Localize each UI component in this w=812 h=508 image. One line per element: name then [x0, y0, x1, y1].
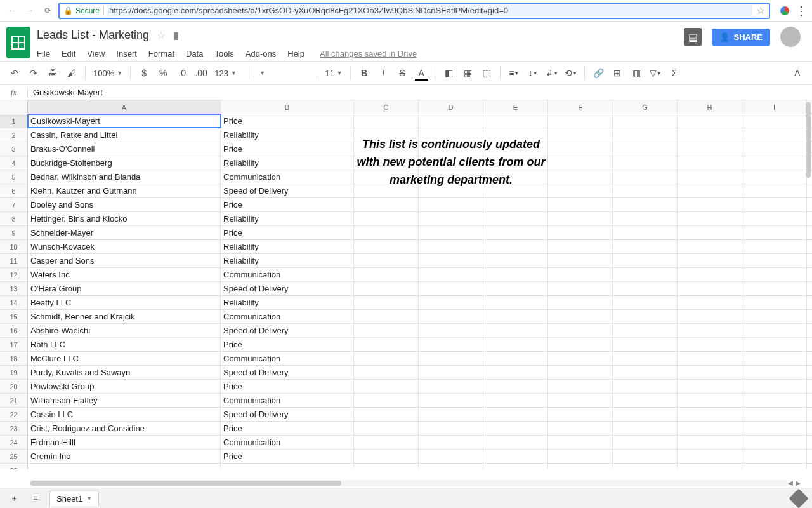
cell[interactable]: Price	[221, 450, 354, 463]
cell[interactable]	[354, 338, 419, 351]
cell[interactable]	[483, 142, 548, 156]
decrease-decimal-button[interactable]: .0	[174, 65, 190, 81]
row-header[interactable]: 9	[0, 226, 28, 239]
cell[interactable]	[419, 212, 483, 225]
col-header-E[interactable]: E	[483, 100, 548, 114]
cell[interactable]	[548, 282, 613, 295]
cell[interactable]: Price	[221, 114, 354, 128]
cell[interactable]	[613, 296, 678, 309]
doc-title[interactable]: Leads List - Marketing	[37, 29, 149, 42]
cell[interactable]: Price	[221, 380, 354, 393]
cell[interactable]	[678, 142, 742, 156]
cell[interactable]	[613, 380, 678, 393]
print-button[interactable]: 🖶	[44, 65, 61, 81]
cell[interactable]	[483, 114, 548, 128]
cell[interactable]	[354, 296, 419, 309]
menu-data[interactable]: Data	[186, 49, 203, 58]
cell[interactable]	[483, 394, 548, 407]
cell[interactable]: Williamson-Flatley	[28, 394, 221, 407]
cell[interactable]	[483, 226, 548, 239]
fill-color-button[interactable]: ◧	[440, 65, 457, 81]
cell[interactable]	[483, 296, 548, 309]
cell[interactable]	[613, 240, 678, 253]
nav-reload-button[interactable]: ⟳	[41, 4, 55, 18]
cell[interactable]: Price	[221, 198, 354, 211]
paint-format-button[interactable]: 🖌	[63, 65, 80, 81]
h-align-button[interactable]: ≡▼	[506, 65, 522, 81]
cell[interactable]	[613, 170, 678, 184]
cell[interactable]	[419, 198, 483, 211]
col-header-D[interactable]: D	[419, 100, 483, 114]
cell[interactable]	[419, 352, 483, 365]
row-header[interactable]: 17	[0, 338, 28, 351]
cell[interactable]	[354, 282, 419, 295]
cell[interactable]	[613, 464, 678, 469]
browser-menu-icon[interactable]: ⋮	[796, 4, 807, 18]
cell[interactable]: Crist, Rodriguez and Considine	[28, 422, 221, 435]
row-header[interactable]: 2	[0, 128, 28, 142]
borders-button[interactable]: ▦	[459, 65, 476, 81]
cell[interactable]	[354, 450, 419, 463]
cell[interactable]	[354, 436, 419, 449]
formula-input[interactable]: Gusikowski-Mayert	[28, 88, 103, 97]
cell[interactable]	[483, 352, 548, 365]
cell[interactable]	[354, 142, 419, 156]
cell[interactable]	[678, 422, 742, 435]
cell[interactable]	[678, 338, 742, 351]
cell[interactable]	[548, 156, 613, 170]
row-header[interactable]: 1	[0, 114, 28, 128]
cell[interactable]	[483, 338, 548, 351]
cell[interactable]	[483, 184, 548, 197]
cell[interactable]	[678, 394, 742, 407]
cell[interactable]: McClure LLC	[28, 352, 221, 365]
cell[interactable]	[678, 254, 742, 267]
cell[interactable]	[613, 128, 678, 142]
cell[interactable]	[483, 422, 548, 435]
row-header[interactable]: 7	[0, 198, 28, 211]
cell[interactable]: Speed of Delivery	[221, 366, 354, 379]
horizontal-scrollbar[interactable]	[30, 480, 787, 486]
cell[interactable]	[419, 268, 483, 281]
cell[interactable]	[678, 380, 742, 393]
address-bar[interactable]: 🔒 Secure https://docs.google.com/spreads…	[58, 3, 770, 19]
cell[interactable]	[548, 184, 613, 197]
all-sheets-button[interactable]: ≡	[28, 493, 43, 503]
cell[interactable]	[483, 464, 548, 469]
cell[interactable]: Speed of Delivery	[221, 408, 354, 421]
cell[interactable]: Brakus-O'Connell	[28, 142, 221, 156]
cell[interactable]	[483, 268, 548, 281]
cell[interactable]	[483, 324, 548, 337]
cell[interactable]	[678, 464, 742, 469]
cell[interactable]	[354, 226, 419, 239]
cell[interactable]	[742, 268, 807, 281]
text-rotation-button[interactable]: ⟲▼	[563, 65, 579, 81]
cell[interactable]	[354, 324, 419, 337]
row-header[interactable]: 10	[0, 240, 28, 253]
cell[interactable]: Reliability	[221, 296, 354, 309]
cell[interactable]	[354, 198, 419, 211]
cell[interactable]: Communication	[221, 394, 354, 407]
format-percent-button[interactable]: %	[155, 65, 171, 81]
cell[interactable]	[742, 156, 807, 170]
row-header[interactable]: 24	[0, 436, 28, 449]
cell[interactable]	[354, 254, 419, 267]
cell[interactable]	[742, 380, 807, 393]
cell[interactable]: Wunsch-Kovacek	[28, 240, 221, 253]
cell[interactable]	[419, 464, 483, 469]
functions-button[interactable]: Σ	[666, 65, 683, 81]
cell[interactable]: Erdman-Hilll	[28, 436, 221, 449]
grid-body[interactable]: 1Gusikowski-MayertPrice2Cassin, Ratke an…	[0, 114, 812, 469]
col-header-F[interactable]: F	[548, 100, 613, 114]
menu-help[interactable]: Help	[287, 49, 304, 58]
add-sheet-button[interactable]: ＋	[6, 493, 22, 504]
cell[interactable]: Beatty LLC	[28, 296, 221, 309]
cell[interactable]	[548, 436, 613, 449]
cell[interactable]	[483, 198, 548, 211]
star-icon[interactable]: ☆	[157, 29, 166, 41]
cell[interactable]	[354, 408, 419, 421]
cell[interactable]: Communication	[221, 310, 354, 323]
cell[interactable]	[548, 170, 613, 184]
cell[interactable]	[613, 324, 678, 337]
cell[interactable]	[742, 240, 807, 253]
row-header[interactable]: 26	[0, 464, 28, 469]
